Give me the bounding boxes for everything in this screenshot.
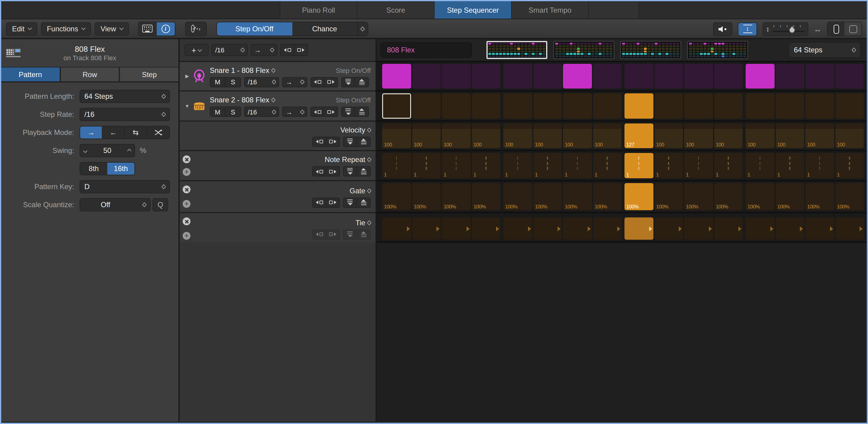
track-row-gate[interactable]: +Gate <box>180 181 375 213</box>
tab-step[interactable]: Step <box>120 67 179 81</box>
step-cell[interactable] <box>746 218 774 240</box>
horizontal-zoom-icon[interactable]: ↔ <box>814 24 822 33</box>
step-cell[interactable] <box>533 64 562 89</box>
step-cell[interactable]: 100% <box>835 183 864 210</box>
single-pane-button[interactable] <box>828 22 844 36</box>
step-cell[interactable]: 100 <box>775 124 804 148</box>
step-cell[interactable]: 100% <box>533 183 562 210</box>
tab-row[interactable]: Row <box>61 67 120 81</box>
pattern-length-select[interactable]: 64 Steps <box>80 90 170 103</box>
step-cell[interactable]: 100% <box>382 183 411 210</box>
step-cell[interactable]: 1 <box>593 153 621 178</box>
track-row-snare2[interactable]: ▼Snare 2 - 808 FlexStep On/OffMS/16→ <box>180 92 375 122</box>
global-rate-stepper[interactable]: /16 <box>212 44 248 56</box>
step-cell[interactable]: 100 <box>746 124 774 148</box>
step-cell[interactable] <box>412 93 441 119</box>
step-cell[interactable] <box>563 64 592 89</box>
value-fill-buttons[interactable] <box>343 197 371 207</box>
mode-stepper[interactable] <box>357 22 367 35</box>
swing-8th-button[interactable]: 8th <box>80 163 107 175</box>
step-cell[interactable] <box>382 93 411 119</box>
step-cell[interactable]: 100 <box>835 124 864 148</box>
step-cell[interactable]: 100% <box>412 183 441 210</box>
value-fill-buttons[interactable] <box>341 77 369 87</box>
view-menu[interactable]: View <box>94 22 129 35</box>
step-cell[interactable] <box>593 64 621 89</box>
subrow-label[interactable]: Velocity <box>340 126 365 134</box>
solo-button[interactable]: S <box>225 77 241 87</box>
step-cell[interactable]: 1 <box>442 153 470 178</box>
step-cell[interactable] <box>805 64 834 89</box>
step-cell[interactable]: 100 <box>805 124 834 148</box>
step-cell[interactable]: 1 <box>714 153 743 178</box>
step-cell[interactable] <box>593 218 621 240</box>
swing-16th-button[interactable]: 16th <box>107 163 134 175</box>
play-forward-icon[interactable]: → <box>80 127 102 138</box>
step-cell[interactable]: 100 <box>533 124 562 148</box>
step-cell[interactable] <box>684 218 713 240</box>
pattern-thumbnail-1[interactable] <box>487 41 547 59</box>
row-rate-stepper[interactable]: /16 <box>244 77 279 87</box>
step-cell[interactable] <box>654 64 683 89</box>
step-cell[interactable]: 100 <box>563 124 592 148</box>
step-cell[interactable] <box>624 93 653 119</box>
step-cell[interactable] <box>714 218 743 240</box>
add-row-button[interactable]: + <box>184 44 209 56</box>
pattern-thumbnail-2[interactable] <box>553 41 614 59</box>
step-cell[interactable]: 100 <box>684 124 713 148</box>
step-on-off-button[interactable]: Step On/Off <box>217 22 292 35</box>
remove-subrow-button[interactable] <box>183 186 190 193</box>
step-cell[interactable]: 1 <box>835 153 864 178</box>
step-cell[interactable] <box>382 218 411 240</box>
step-rate-select[interactable]: /16 <box>80 108 170 121</box>
shuffle-icon[interactable] <box>147 127 169 138</box>
step-cell[interactable]: 100 <box>714 124 743 148</box>
dual-pane-button[interactable] <box>844 22 861 36</box>
step-cell[interactable] <box>412 64 441 89</box>
add-subrow-button[interactable]: + <box>183 200 190 208</box>
value-fill-buttons[interactable] <box>343 166 371 176</box>
increment-icon[interactable] <box>127 149 131 153</box>
view-tab-step-sequencer[interactable]: Step Sequencer <box>434 1 511 19</box>
step-cell[interactable]: 100% <box>472 183 500 210</box>
midi-in-button[interactable]: › <box>185 21 207 36</box>
quantize-button[interactable]: Q <box>153 198 168 211</box>
step-cell[interactable] <box>684 64 713 89</box>
step-cell[interactable]: 100% <box>563 183 592 210</box>
rotate-buttons[interactable] <box>312 229 340 239</box>
step-cell[interactable]: 1 <box>533 153 562 178</box>
step-cell[interactable]: 1 <box>805 153 834 178</box>
chance-mode-button[interactable]: Chance <box>292 22 357 35</box>
track-row-snare1[interactable]: ▶Snare 1 - 808 FlexStep On/OffMS/16→ <box>180 62 375 92</box>
step-cell[interactable]: 100% <box>593 183 621 210</box>
step-cell[interactable]: 100% <box>442 183 470 210</box>
value-fill-buttons[interactable] <box>343 136 371 146</box>
step-cell[interactable] <box>533 93 562 119</box>
step-cell[interactable] <box>654 93 683 119</box>
step-cell[interactable] <box>746 93 774 119</box>
step-cell[interactable]: 1 <box>412 153 441 178</box>
slider-thumb[interactable] <box>789 27 795 33</box>
rotate-buttons[interactable] <box>310 77 338 87</box>
step-cell[interactable]: 100 <box>472 124 500 148</box>
subrow-label[interactable]: Gate <box>350 186 365 195</box>
steps-select[interactable]: 64 Steps <box>788 42 861 58</box>
step-cell[interactable]: 1 <box>503 153 532 178</box>
tab-pattern[interactable]: Pattern <box>1 67 61 81</box>
step-cell[interactable]: 100 <box>412 124 441 148</box>
step-cell[interactable] <box>382 64 411 89</box>
pattern-name-display[interactable]: 808 Flex <box>380 42 472 58</box>
step-cell[interactable]: 1 <box>775 153 804 178</box>
step-cell[interactable] <box>624 64 653 89</box>
edit-menu[interactable]: Edit <box>6 22 37 35</box>
global-rotate-buttons[interactable] <box>280 44 308 56</box>
step-cell[interactable]: 1 <box>472 153 500 178</box>
row-rate-stepper[interactable]: /16 <box>244 107 279 117</box>
mute-button[interactable]: M <box>210 77 225 87</box>
step-cell[interactable] <box>775 64 804 89</box>
rotate-buttons[interactable] <box>312 166 340 176</box>
step-cell[interactable]: 100% <box>503 183 532 210</box>
play-backward-icon[interactable]: ← <box>102 127 125 138</box>
subrow-label[interactable]: Tie <box>355 218 365 227</box>
step-cell[interactable]: 1 <box>654 153 683 178</box>
